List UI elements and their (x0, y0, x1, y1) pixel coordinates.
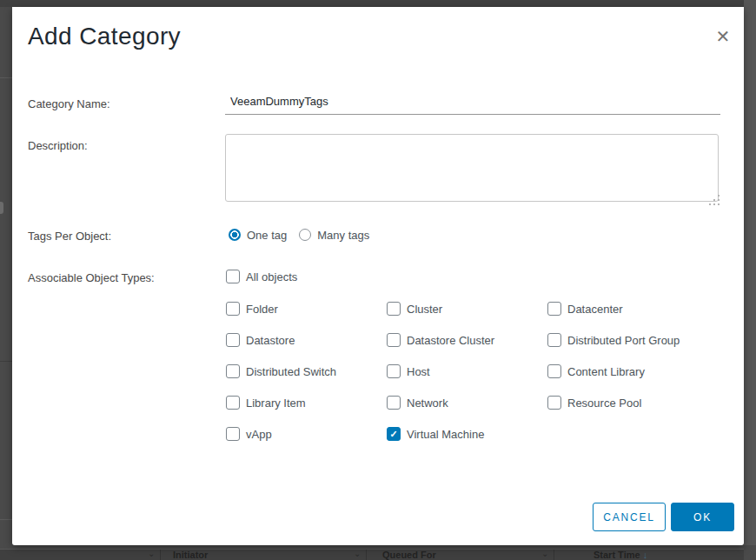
checkbox-label: Host (407, 364, 430, 378)
close-icon[interactable]: ✕ (713, 27, 733, 46)
filter-caret-icon: ⌄ (148, 549, 155, 559)
checkbox-host[interactable]: Host (387, 364, 547, 396)
checkbox-distributed-port-group[interactable]: Distributed Port Group (547, 333, 708, 364)
checkbox-unchecked-icon[interactable] (226, 270, 240, 283)
column-divider (554, 550, 554, 560)
checkbox-folder[interactable]: Folder (226, 302, 387, 333)
description-label: Description: (28, 139, 88, 152)
checkbox-label: Distributed Switch (246, 364, 336, 378)
background-divider (0, 519, 12, 520)
checkbox-unchecked-icon[interactable] (387, 364, 401, 378)
checkbox-label: Datacenter (567, 302, 623, 316)
add-category-dialog: Add Category ✕ Category Name: Descriptio… (12, 7, 744, 545)
ok-button[interactable]: OK (671, 503, 734, 531)
column-header-initiator: Initiator (173, 550, 208, 560)
radio-option-many-tags[interactable]: Many tags (299, 229, 369, 242)
tags-per-object-label: Tags Per Object: (28, 230, 111, 243)
checkbox-unchecked-icon[interactable] (547, 333, 561, 347)
checkbox-label: Datastore Cluster (407, 333, 494, 347)
checkbox-datacenter[interactable]: Datacenter (547, 302, 708, 333)
dialog-footer-buttons: CANCEL OK (593, 503, 734, 531)
filter-caret-icon: ⌄ (541, 549, 548, 559)
checkbox-label: Datastore (246, 333, 295, 347)
checkbox-unchecked-icon[interactable] (387, 396, 401, 410)
checkbox-unchecked-icon[interactable] (226, 364, 240, 378)
all-objects-row: All objects (226, 270, 297, 283)
checkbox-label: Virtual Machine (407, 427, 484, 441)
checkbox-unchecked-icon[interactable] (226, 396, 240, 410)
checkbox-label: Network (407, 396, 448, 410)
checkbox-label: Content Library (567, 364, 645, 378)
checkbox-unchecked-icon[interactable] (387, 333, 401, 347)
radio-icon[interactable] (229, 229, 241, 241)
checkbox-label: Folder (246, 302, 278, 316)
checkbox-cluster[interactable]: Cluster (387, 302, 547, 333)
object-type-grid: FolderClusterDatacenterDatastoreDatastor… (226, 302, 708, 458)
checkbox-library-item[interactable]: Library Item (226, 396, 387, 427)
background-top-strip (0, 0, 756, 7)
checkbox-datastore-cluster[interactable]: Datastore Cluster (387, 333, 547, 364)
checkbox-unchecked-icon[interactable] (547, 364, 561, 378)
checkbox-unchecked-icon[interactable] (226, 427, 240, 441)
background-table-header: ⌄ Initiator ⌄ Queued For ⌄ Start Time ↓ (0, 549, 744, 560)
checkbox-unchecked-icon[interactable] (387, 302, 401, 316)
radio-option-label: Many tags (317, 229, 369, 242)
column-divider (366, 550, 367, 560)
column-divider (160, 550, 161, 560)
background-divider (0, 202, 3, 214)
description-textarea[interactable] (225, 134, 719, 202)
radio-icon[interactable] (299, 229, 311, 241)
checkbox-unchecked-icon[interactable] (226, 333, 240, 347)
checkbox-datastore[interactable]: Datastore (226, 333, 387, 364)
textarea-resize-grip-icon[interactable] (709, 195, 715, 201)
checkbox-label: Cluster (407, 302, 442, 316)
tags-per-object-options: One tagMany tags (229, 228, 369, 242)
checkbox-distributed-switch[interactable]: Distributed Switch (226, 364, 387, 396)
category-name-input[interactable] (225, 90, 720, 115)
checkbox-resource-pool[interactable]: Resource Pool (547, 396, 708, 427)
checkbox-label: All objects (246, 270, 297, 283)
background-divider (0, 361, 12, 362)
filter-caret-icon: ⌄ (354, 549, 361, 559)
radio-option-one-tag[interactable]: One tag (229, 229, 287, 242)
column-header-queued-for: Queued For (382, 550, 436, 560)
checkbox-vapp[interactable]: vApp (226, 427, 387, 458)
checkbox-label: vApp (246, 427, 272, 441)
checkbox-unchecked-icon[interactable] (547, 302, 561, 316)
radio-option-label: One tag (247, 229, 287, 242)
column-header-start-time: Start Time ↓ (594, 550, 647, 560)
checkbox-label: Library Item (246, 396, 306, 410)
checkbox-all-objects[interactable]: All objects (226, 270, 297, 283)
checkbox-checked-icon[interactable]: ✓ (387, 427, 401, 441)
checkbox-label: Resource Pool (567, 396, 641, 410)
background-right-strip (744, 0, 756, 560)
checkbox-virtual-machine[interactable]: ✓Virtual Machine (387, 427, 547, 458)
associable-object-types-label: Associable Object Types: (28, 271, 155, 284)
background-divider (0, 77, 12, 78)
checkbox-content-library[interactable]: Content Library (547, 364, 708, 396)
checkbox-unchecked-icon[interactable] (547, 396, 561, 410)
category-name-label: Category Name: (28, 97, 110, 110)
dialog-title: Add Category (28, 23, 181, 50)
cancel-button[interactable]: CANCEL (593, 503, 666, 531)
checkbox-unchecked-icon[interactable] (226, 302, 240, 316)
checkbox-label: Distributed Port Group (567, 333, 680, 347)
checkbox-network[interactable]: Network (387, 396, 547, 427)
sort-descending-icon: ↓ (643, 550, 648, 560)
